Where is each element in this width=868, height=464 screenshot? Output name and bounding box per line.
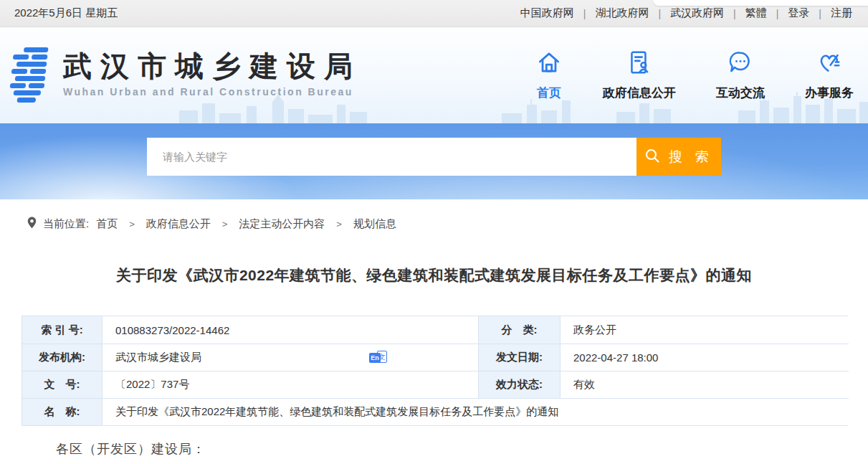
meta-value-validity: 有效 [560, 371, 849, 398]
search-button-label: 搜 索 [669, 148, 712, 166]
home-icon [535, 49, 563, 79]
nav-item-interaction[interactable]: 互动交流 [716, 49, 765, 101]
search-banner: 搜 索 [0, 123, 868, 199]
site-title: 武汉市城乡建设局 [63, 50, 361, 82]
breadcrumb: 当前位置: 首页 > 政府信息公开 > 法定主动公开内容 > 规划信息 [0, 217, 868, 231]
link-register[interactable]: 注册 [831, 6, 852, 20]
meta-label-index: 索 引 号: [22, 316, 102, 344]
nav-item-services[interactable]: 办事服务 [805, 49, 854, 101]
nav-label-home: 首页 [537, 85, 561, 101]
link-traditional-chinese[interactable]: 繁體 [745, 6, 767, 20]
meta-value-index: 010883273/2022-14462 [102, 316, 478, 344]
main-navigation: 首页 政府信息公开 [535, 49, 854, 101]
separator: | [819, 8, 821, 19]
document-body-first-line: 各区（开发区）建设局： [56, 440, 848, 458]
brand-text: 武汉市城乡建设局 Wuhan Urban and Rural Construct… [63, 44, 361, 98]
breadcrumb-label: 当前位置: [43, 217, 89, 231]
breadcrumb-gov-info[interactable]: 政府信息公开 [146, 217, 211, 231]
separator: | [733, 8, 736, 19]
separator: | [583, 8, 586, 19]
search-icon [644, 148, 660, 166]
page-content: 当前位置: 首页 > 政府信息公开 > 法定主动公开内容 > 规划信息 关于印发… [0, 199, 868, 458]
chat-bubble-icon [727, 49, 754, 79]
meta-label-category: 分 类: [478, 316, 560, 344]
breadcrumb-separator: > [222, 219, 228, 229]
location-pin-icon [27, 217, 43, 231]
breadcrumb-planning-info[interactable]: 规划信息 [353, 217, 396, 231]
meta-value-date: 2022-04-27 18:00 [560, 344, 849, 371]
nav-label-services: 办事服务 [805, 85, 854, 101]
bureau-logo [6, 44, 52, 106]
nav-item-home[interactable]: 首页 [535, 49, 563, 101]
nav-item-gov-info[interactable]: 政府信息公开 [603, 49, 676, 101]
meta-label-docnum: 文 号: [22, 371, 102, 398]
meta-value-publisher: 武汉市城乡建设局 文 En [102, 344, 478, 371]
breadcrumb-separator: > [129, 219, 135, 229]
current-date: 2022年5月6日 星期五 [14, 6, 118, 20]
link-china-gov[interactable]: 中国政府网 [520, 6, 574, 20]
translate-icon[interactable]: 文 En [369, 351, 388, 365]
meta-label-date: 发文日期: [478, 344, 560, 371]
nav-label-interaction: 互动交流 [716, 85, 765, 101]
search-button[interactable]: 搜 索 [636, 138, 721, 176]
breadcrumb-statutory-disclosure[interactable]: 法定主动公开内容 [239, 217, 325, 231]
document-meta-table: 索 引 号: 010883273/2022-14462 分 类: 政务公开 发布… [22, 316, 848, 426]
link-hubei-gov[interactable]: 湖北政府网 [595, 6, 649, 20]
document-title: 关于印发《武汉市2022年建筑节能、绿色建筑和装配式建筑发展目标任务及工作要点》… [0, 265, 868, 285]
meta-label-publisher: 发布机构: [22, 344, 102, 371]
separator: | [776, 8, 779, 19]
browser-popup-edge [653, 0, 868, 6]
site-brand: 武汉市城乡建设局 Wuhan Urban and Rural Construct… [6, 44, 361, 106]
nav-label-gov-info: 政府信息公开 [603, 85, 676, 101]
meta-label-validity: 效力状态: [478, 371, 560, 398]
link-login[interactable]: 登录 [788, 6, 809, 20]
service-heart-icon [816, 49, 843, 79]
separator: | [658, 8, 661, 19]
meta-value-docnum: 〔2022〕737号 [102, 371, 478, 398]
breadcrumb-home[interactable]: 首页 [96, 217, 118, 231]
meta-value-name: 关于印发《武汉市2022年建筑节能、绿色建筑和装配式建筑发展目标任务及工作要点》… [102, 398, 849, 425]
meta-value-category: 政务公开 [560, 316, 849, 344]
translate-icon-en: En [369, 353, 381, 363]
gov-info-doc-icon [626, 49, 653, 79]
breadcrumb-separator: > [336, 219, 342, 229]
top-utility-bar: 2022年5月6日 星期五 中国政府网 | 湖北政府网 | 武汉政府网 | 繁體… [0, 0, 868, 27]
publisher-text: 武汉市城乡建设局 [115, 351, 201, 364]
meta-label-name: 名 称: [22, 398, 102, 425]
site-title-english: Wuhan Urban and Rural Construction Burea… [63, 86, 361, 98]
utility-links: 中国政府网 | 湖北政府网 | 武汉政府网 | 繁體 | 登录 | 注册 [520, 6, 852, 20]
search-bar: 搜 索 [147, 138, 721, 176]
search-input[interactable] [147, 138, 636, 176]
site-header: 武汉市城乡建设局 Wuhan Urban and Rural Construct… [0, 27, 868, 123]
link-wuhan-gov[interactable]: 武汉政府网 [670, 6, 724, 20]
